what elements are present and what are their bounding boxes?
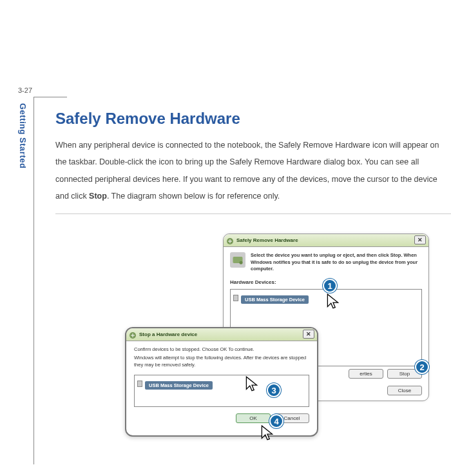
dialog1-description: Select the device you want to unplug or … (251, 252, 422, 273)
cursor-icon (245, 375, 259, 396)
hardware-icon (230, 252, 245, 268)
usb-icon (226, 236, 234, 244)
callout-1: 1 (323, 279, 337, 293)
body-bold: Stop (89, 192, 107, 201)
dialog2-title: Stop a Hardware device (139, 332, 197, 337)
section-vertical-label: Getting Started (18, 103, 28, 168)
hline (34, 97, 67, 97)
usb-icon (129, 330, 137, 338)
dialog-stop-device: Stop a Hardware device ✕ Confirm devices… (125, 327, 318, 437)
page-number: 3-27 (18, 86, 32, 94)
svg-point-2 (240, 261, 243, 264)
dialog2-header: Stop a Hardware device ✕ (126, 328, 317, 341)
close-icon: ✕ (306, 331, 311, 337)
ok-button[interactable]: OK (236, 413, 271, 423)
dialog1-close-row: Close (387, 386, 422, 395)
callout-2: 2 (415, 360, 429, 374)
dialog1-header: Safely Remove Hardware ✕ (224, 234, 428, 247)
dialog2-listbox[interactable]: USB Mass Storage Device (134, 375, 309, 407)
dialog1-title: Safely Remove Hardware (236, 237, 298, 243)
dialog1-button-row: erties Stop (349, 369, 422, 379)
body-text: When any peripheral device is connected … (55, 137, 451, 204)
vline (34, 97, 34, 464)
dialog2-close-button[interactable]: ✕ (303, 330, 314, 339)
callout-3: 3 (267, 383, 281, 397)
dialog2-text2: Windows will attempt to stop the followi… (126, 355, 317, 372)
device-icon (137, 381, 142, 387)
content-area: Safely Remove Hardware When any peripher… (55, 110, 451, 453)
dialog1-close-button[interactable]: ✕ (414, 235, 426, 244)
dialog2-text1: Confirm devices to be stopped. Choose OK… (126, 341, 317, 355)
divider (55, 213, 451, 214)
dialog2-button-row: OK Cancel (126, 410, 317, 427)
close-button[interactable]: Close (387, 386, 422, 395)
device-item-selected[interactable]: USB Mass Storage Device (241, 295, 309, 304)
close-icon: ✕ (417, 237, 423, 243)
device-item-selected[interactable]: USB Mass Storage Device (145, 381, 213, 390)
diagram: Safely Remove Hardware ✕ Select the devi… (55, 233, 451, 453)
device-icon (233, 295, 238, 301)
properties-button[interactable]: erties (349, 369, 383, 379)
cursor-icon (260, 424, 274, 445)
body-part2: . The diagram shown below is for referen… (107, 192, 280, 201)
cursor-icon (326, 293, 340, 313)
dialog1-desc-row: Select the device you want to unplug or … (224, 247, 428, 278)
page-title: Safely Remove Hardware (55, 110, 451, 128)
